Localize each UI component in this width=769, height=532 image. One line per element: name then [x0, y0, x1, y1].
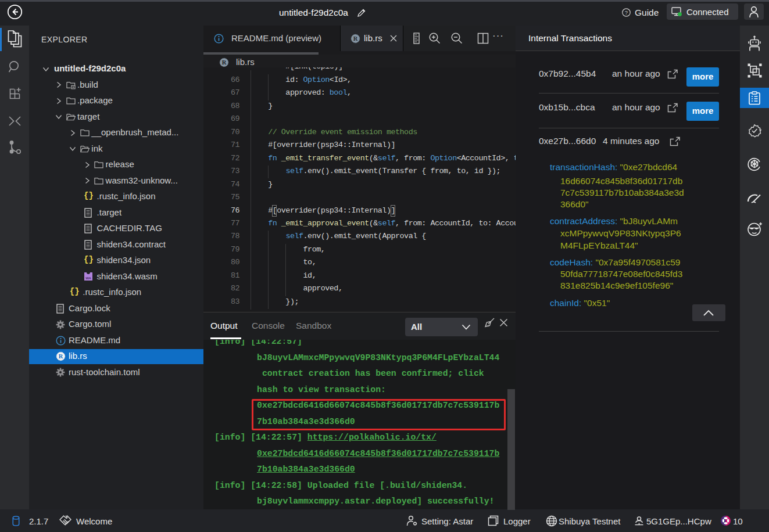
- svg-text:WA: WA: [85, 276, 91, 280]
- svg-text:?: ?: [625, 9, 628, 16]
- svg-text:R: R: [58, 353, 63, 360]
- svg-text:R: R: [222, 59, 227, 66]
